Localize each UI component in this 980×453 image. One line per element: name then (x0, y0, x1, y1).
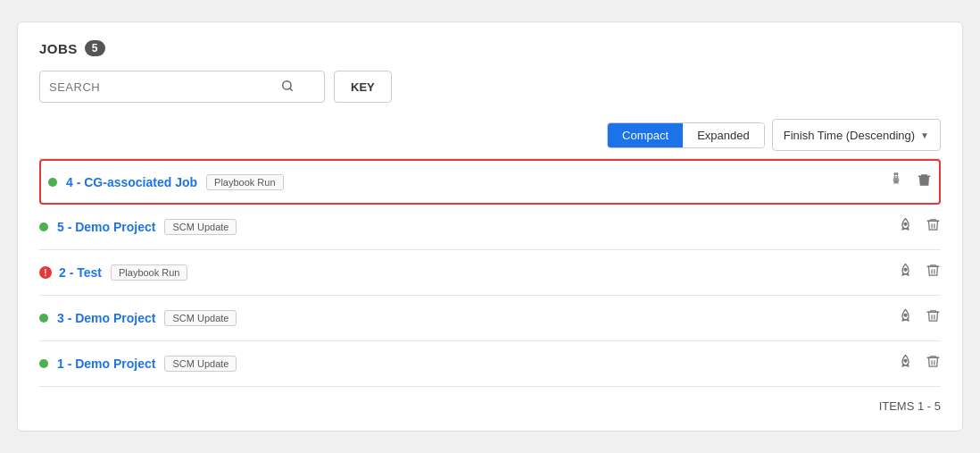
job-tag: Playbook Run (206, 174, 284, 190)
launch-button[interactable] (898, 308, 913, 328)
delete-button[interactable] (917, 172, 932, 192)
sort-label: Finish Time (Descending) (784, 129, 915, 142)
launch-button[interactable] (888, 172, 904, 192)
status-dot-green (39, 359, 48, 368)
job-name-link[interactable]: 5 - Demo Project (57, 220, 155, 234)
sort-button[interactable]: Finish Time (Descending) ▼ (772, 119, 941, 151)
job-list: 4 - CG-associated Job Playbook Run (39, 158, 941, 387)
search-button[interactable] (281, 80, 294, 95)
table-row: 5 - Demo Project SCM Update (39, 205, 941, 250)
job-actions (898, 354, 941, 373)
search-box (39, 71, 325, 103)
launch-button[interactable] (898, 217, 913, 237)
job-name-link[interactable]: 1 - Demo Project (57, 357, 155, 371)
table-row: 3 - Demo Project SCM Update (39, 296, 941, 341)
job-name-link[interactable]: 2 - Test (59, 265, 102, 280)
svg-point-3 (895, 174, 897, 176)
svg-point-13 (904, 359, 907, 362)
job-tag: SCM Update (164, 310, 237, 326)
job-tag: Playbook Run (111, 264, 188, 281)
table-row: 4 - CG-associated Job Playbook Run (39, 159, 941, 205)
table-row: ! 2 - Test Playbook Run (39, 250, 941, 296)
controls-row: Compact Expanded Finish Time (Descending… (39, 119, 941, 151)
search-input[interactable] (49, 80, 281, 94)
status-dot-green (39, 314, 48, 323)
delete-button[interactable] (926, 217, 941, 237)
delete-button[interactable] (926, 354, 941, 373)
header-row: JOBS 5 (39, 40, 941, 56)
items-count: ITEMS 1 - 5 (39, 399, 941, 413)
page-title: JOBS (39, 41, 78, 56)
table-row: 1 - Demo Project SCM Update (39, 341, 941, 387)
jobs-badge: 5 (85, 40, 105, 56)
delete-button[interactable] (926, 308, 941, 328)
job-name-link[interactable]: 4 - CG-associated Job (66, 175, 197, 189)
job-actions (898, 263, 941, 282)
launch-button[interactable] (898, 354, 913, 373)
launch-button[interactable] (898, 263, 913, 282)
job-tag: SCM Update (164, 356, 237, 372)
chevron-down-icon: ▼ (920, 130, 929, 140)
search-row: KEY (39, 71, 941, 103)
key-button[interactable]: KEY (334, 71, 392, 103)
job-name-link[interactable]: 3 - Demo Project (57, 311, 155, 325)
svg-point-2 (895, 178, 898, 183)
delete-button[interactable] (926, 263, 941, 282)
job-tag: SCM Update (164, 219, 237, 235)
jobs-card: JOBS 5 KEY Compact Expanded Finish Time … (17, 21, 963, 432)
view-toggle: Compact Expanded (607, 122, 765, 148)
status-dot-green (48, 178, 57, 187)
compact-view-button[interactable]: Compact (608, 123, 683, 147)
job-actions (888, 172, 932, 192)
svg-point-10 (904, 314, 907, 316)
job-actions (898, 217, 941, 237)
svg-point-4 (904, 222, 907, 225)
job-actions (898, 308, 941, 328)
svg-point-7 (904, 268, 907, 271)
expanded-view-button[interactable]: Expanded (683, 123, 764, 147)
status-dot-warning: ! (39, 266, 52, 279)
svg-line-1 (290, 88, 293, 90)
status-dot-green (39, 222, 48, 231)
